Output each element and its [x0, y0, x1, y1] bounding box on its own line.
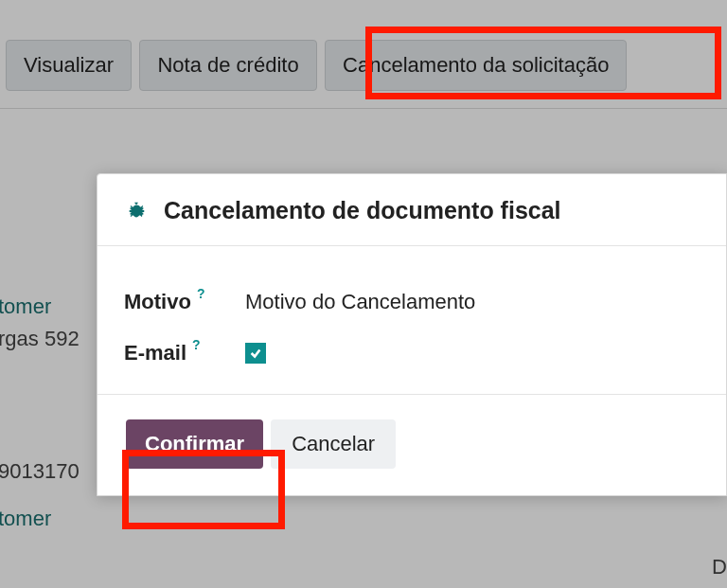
motivo-input[interactable]: Motivo do Cancelamento [245, 290, 475, 314]
highlight-box-toolbar [365, 27, 721, 99]
help-icon[interactable]: ? [192, 337, 201, 352]
modal-title: Cancelamento de documento fiscal [164, 197, 561, 224]
highlight-box-confirm [122, 450, 285, 529]
email-label-text: E-mail [124, 341, 186, 365]
help-icon[interactable]: ? [197, 286, 205, 301]
motivo-label: Motivo ? [124, 290, 245, 314]
cancel-document-modal: Cancelamento de documento fiscal Motivo … [97, 173, 727, 496]
email-label: E-mail ? [124, 341, 245, 365]
motivo-label-text: Motivo [124, 290, 191, 314]
email-checkbox[interactable] [245, 343, 266, 364]
bug-icon [126, 201, 147, 222]
cancel-button[interactable]: Cancelar [271, 419, 396, 469]
